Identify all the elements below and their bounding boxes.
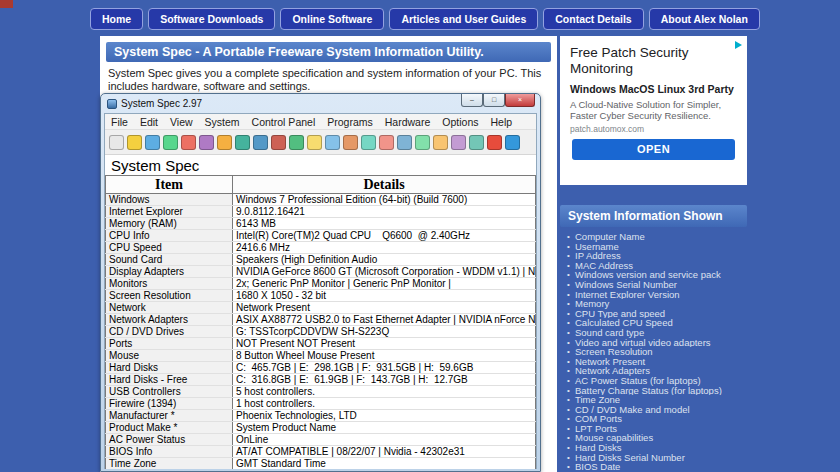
details-cell: Windows 7 Professional Edition (64-bit) … <box>233 194 536 206</box>
clock-icon[interactable] <box>469 135 484 150</box>
copy-icon[interactable] <box>181 135 196 150</box>
ad-body: A Cloud-Native Solution for Simpler, Fas… <box>570 99 737 121</box>
item-cell: Display Adapters <box>106 266 233 278</box>
item-cell: Manufacturer * <box>106 410 233 422</box>
menu-file[interactable]: File <box>105 116 134 128</box>
list-item: Memory <box>560 299 747 309</box>
list-item: Username <box>560 242 747 252</box>
exit-icon[interactable] <box>505 135 520 150</box>
windows-icon[interactable] <box>199 135 214 150</box>
email-icon[interactable] <box>127 135 142 150</box>
table-row: Network Network Present <box>106 302 536 314</box>
table-row: CD / DVD Drives G: TSSTcorpCDDVDW SH-S22… <box>106 326 536 338</box>
details-cell: 1680 X 1050 - 32 bit <box>233 290 536 302</box>
app-window: System Spec 2.97 – □ × File Edit View Sy… <box>100 93 541 472</box>
help-icon[interactable] <box>487 135 502 150</box>
item-cell: Network Adapters <box>106 314 233 326</box>
usb-icon[interactable] <box>397 135 412 150</box>
table-row: Manufacturer * Phoenix Technologies, LTD <box>106 410 536 422</box>
nav-online-software[interactable]: Online Software <box>280 8 384 30</box>
list-item: COM Ports <box>560 414 747 424</box>
maximize-button[interactable]: □ <box>483 94 505 107</box>
details-cell: 1 host controllers. <box>233 398 536 410</box>
ad-domain: patch.automox.com <box>570 124 737 134</box>
table-row: Monitors 2x; Generic PnP Monitor | Gener… <box>106 278 536 290</box>
menu-view[interactable]: View <box>164 116 199 128</box>
list-item: Calculated CPU Speed <box>560 318 747 328</box>
table-row: Hard Disks C: 465.7GB | E: 298.1GB | F: … <box>106 362 536 374</box>
details-cell: 9.0.8112.16421 <box>233 206 536 218</box>
details-cell: C: 316.8GB | E: 61.9GB | F: 143.7GB | H:… <box>233 374 536 386</box>
item-cell: Windows <box>106 194 233 206</box>
list-item: MAC Address <box>560 261 747 271</box>
power-icon[interactable] <box>451 135 466 150</box>
list-item: Computer Name <box>560 232 747 242</box>
ad-title: Free Patch Security Monitoring <box>570 45 700 77</box>
ports-icon[interactable] <box>415 135 430 150</box>
drives-icon[interactable] <box>379 135 394 150</box>
print-icon[interactable] <box>163 135 178 150</box>
table-row: Screen Resolution 1680 X 1050 - 32 bit <box>106 290 536 302</box>
menu-programs[interactable]: Programs <box>321 116 379 128</box>
item-cell: Memory (RAM) <box>106 218 233 230</box>
cd-dvd-icon[interactable] <box>361 135 376 150</box>
item-cell: Time Zone <box>106 458 233 470</box>
details-cell: OnLine <box>233 434 536 446</box>
menu-options[interactable]: Options <box>436 116 484 128</box>
menu-control-panel[interactable]: Control Panel <box>246 116 322 128</box>
table-row: Product Make * System Product Name <box>106 422 536 434</box>
list-item: Video and virtual video adapters <box>560 338 747 348</box>
new-report-icon[interactable] <box>109 135 124 150</box>
sound-icon[interactable] <box>307 135 322 150</box>
details-cell: AT/AT COMPATIBLE | 08/22/07 | Nvidia - 4… <box>233 446 536 458</box>
menu-system[interactable]: System <box>199 116 246 128</box>
menu-help[interactable]: Help <box>484 116 518 128</box>
details-cell: Intel(R) Core(TM)2 Quad CPU Q6600 @ 2.40… <box>233 230 536 242</box>
menu-bar: File Edit View System Control Panel Prog… <box>105 114 536 130</box>
table-header-row: Item Details <box>106 176 536 194</box>
item-cell: Hard Disks <box>106 362 233 374</box>
table-row: Network Adapters ASIX AX88772 USB2.0 to … <box>106 314 536 326</box>
save-icon[interactable] <box>145 135 160 150</box>
list-item: BIOS Date <box>560 462 747 472</box>
item-cell: BIOS Info <box>106 446 233 458</box>
cpu-icon[interactable] <box>235 135 250 150</box>
menu-edit[interactable]: Edit <box>134 116 164 128</box>
mouse-icon[interactable] <box>433 135 448 150</box>
nav-articles-user-guides[interactable]: Articles and User Guides <box>389 8 538 30</box>
details-cell: Phoenix Technologies, LTD <box>233 410 536 422</box>
details-cell: 8 Button Wheel Mouse Present <box>233 350 536 362</box>
list-item: IP Address <box>560 251 747 261</box>
list-item: Internet Explorer Version <box>560 290 747 300</box>
item-cell: Product Make * <box>106 422 233 434</box>
details-cell: NVIDIA GeForce 8600 GT (Microsoft Corpor… <box>233 266 536 278</box>
nav-software-downloads[interactable]: Software Downloads <box>148 8 275 30</box>
display-icon[interactable] <box>271 135 286 150</box>
memory-icon[interactable] <box>253 135 268 150</box>
item-cell: Monitors <box>106 278 233 290</box>
window-body: File Edit View System Control Panel Prog… <box>104 113 537 469</box>
item-cell: CPU Speed <box>106 242 233 254</box>
system-icon[interactable] <box>217 135 232 150</box>
network-icon[interactable] <box>325 135 340 150</box>
table-row: Firewire (1394) 1 host controllers. <box>106 398 536 410</box>
nav-home[interactable]: Home <box>90 8 143 30</box>
item-cell: USB Controllers <box>106 386 233 398</box>
monitor-icon[interactable] <box>289 135 304 150</box>
adchoices-icon[interactable] <box>732 39 744 51</box>
internet-icon[interactable] <box>343 135 358 150</box>
ad-open-button[interactable]: OPEN <box>572 139 735 160</box>
list-item: Network Adapters <box>560 366 747 376</box>
item-cell: Hard Disks - Free <box>106 374 233 386</box>
list-item: Network Present <box>560 357 747 367</box>
list-item: CPU Type and speed <box>560 309 747 319</box>
table-row: Hard Disks - Free C: 316.8GB | E: 61.9GB… <box>106 374 536 386</box>
details-cell: C: 465.7GB | E: 298.1GB | F: 931.5GB | H… <box>233 362 536 374</box>
close-button[interactable]: × <box>505 94 535 107</box>
ad-banner: Free Patch Security Monitoring Windows M… <box>560 36 747 185</box>
menu-hardware[interactable]: Hardware <box>379 116 437 128</box>
minimize-button[interactable]: – <box>461 94 483 107</box>
nav-about-alex-nolan[interactable]: About Alex Nolan <box>649 8 760 30</box>
item-cell: Firewire (1394) <box>106 398 233 410</box>
nav-contact-details[interactable]: Contact Details <box>543 8 643 30</box>
